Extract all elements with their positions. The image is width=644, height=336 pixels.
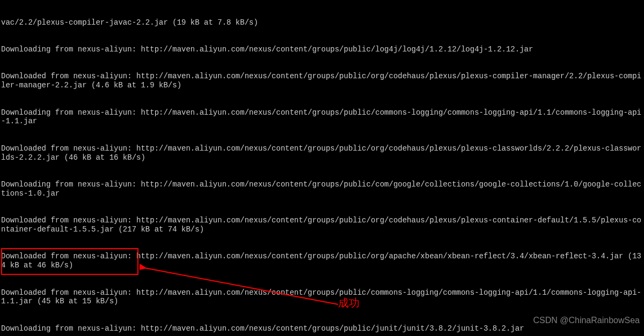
watermark: CSDN @ChinaRainbowSea xyxy=(533,315,640,325)
log-line: Downloaded from nexus-aliyun: http://mav… xyxy=(1,252,643,270)
terminal-output: vac/2.2/plexus-compiler-javac-2.2.jar (1… xyxy=(0,0,644,336)
log-line: Downloaded from nexus-aliyun: http://mav… xyxy=(1,144,643,162)
log-line: Downloaded from nexus-aliyun: http://mav… xyxy=(1,216,643,234)
log-line: Downloading from nexus-aliyun: http://ma… xyxy=(1,108,643,126)
log-line: Downloaded from nexus-aliyun: http://mav… xyxy=(1,72,643,90)
log-line: Downloading from nexus-aliyun: http://ma… xyxy=(1,180,643,198)
log-line: Downloading from nexus-aliyun: http://ma… xyxy=(1,45,643,54)
log-line: Downloading from nexus-aliyun: http://ma… xyxy=(1,324,643,333)
log-line: Downloaded from nexus-aliyun: http://mav… xyxy=(1,288,643,307)
log-line: vac/2.2/plexus-compiler-javac-2.2.jar (1… xyxy=(1,18,643,27)
